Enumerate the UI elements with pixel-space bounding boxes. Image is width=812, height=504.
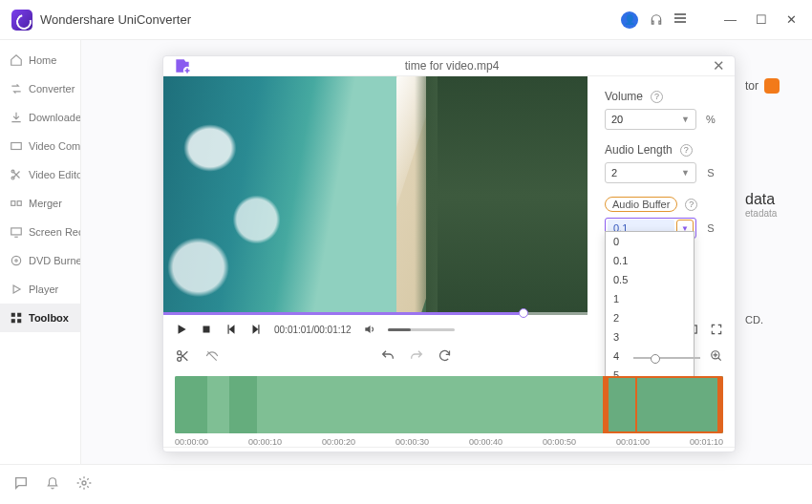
sidebar-item-home[interactable]: Home [0, 46, 80, 74]
dropdown-option[interactable]: 0.5 [606, 270, 694, 289]
hide-icon[interactable] [203, 349, 221, 367]
app-canvas: tor data etadata CD. time for video.mp4 … [81, 40, 812, 464]
audio-buffer-unit: S [704, 222, 717, 234]
add-media-button[interactable] [163, 56, 202, 75]
sidebar-item-editor[interactable]: Video Editor [0, 160, 80, 189]
progress-track[interactable] [163, 312, 588, 315]
svg-point-6 [11, 256, 20, 264]
close-icon[interactable]: ✕ [702, 57, 735, 74]
dropdown-option[interactable]: 0.1 [606, 251, 694, 270]
sidebar-item-label: Downloader [29, 112, 80, 123]
svg-rect-9 [17, 313, 21, 317]
prev-icon[interactable] [224, 323, 238, 336]
help-icon[interactable]: ? [651, 91, 663, 103]
volume-icon[interactable] [363, 323, 376, 336]
redo-icon[interactable] [409, 348, 424, 368]
dropdown-option[interactable]: 3 [606, 327, 694, 346]
svg-rect-3 [11, 201, 15, 206]
next-icon[interactable] [249, 323, 263, 336]
sidebar: Home Converter Downloader Video Compress… [0, 40, 81, 464]
cut-icon[interactable] [175, 348, 190, 368]
sidebar-item-recorder[interactable]: Screen Recorder [0, 218, 80, 246]
svg-rect-11 [17, 319, 21, 323]
sidebar-item-compressor[interactable]: Video Compressor [0, 132, 80, 160]
stop-icon[interactable] [200, 323, 213, 336]
minimize-icon[interactable]: — [720, 12, 740, 27]
support-icon[interactable] [650, 13, 663, 27]
status-bar [0, 464, 812, 504]
audio-buffer-dropdown: 0 0.1 0.5 1 2 3 4 5 [605, 231, 694, 386]
sidebar-item-toolbox[interactable]: Toolbox [0, 304, 80, 332]
sidebar-item-label: Home [29, 54, 56, 66]
play-icon[interactable] [175, 323, 188, 336]
sidebar-item-label: Video Compressor [29, 140, 80, 152]
svg-point-7 [15, 260, 17, 262]
title-bar: Wondershare UniConverter 👤 — ☐ ✕ [0, 0, 812, 40]
sidebar-item-player[interactable]: Player [0, 275, 80, 304]
volume-label: Volume [605, 90, 643, 103]
sidebar-item-label: Merger [29, 198, 62, 209]
modal-title: time for video.mp4 [202, 59, 702, 73]
volume-slider[interactable] [388, 328, 455, 331]
fullscreen-icon[interactable] [710, 323, 723, 336]
menu-icon[interactable] [674, 13, 688, 27]
settings-icon[interactable] [76, 475, 92, 494]
maximize-icon[interactable]: ☐ [752, 12, 771, 27]
dropdown-option[interactable]: 4 [606, 346, 694, 366]
time-readout: 00:01:01/00:01:12 [274, 325, 352, 335]
refresh-icon[interactable] [438, 348, 452, 368]
sidebar-item-label: Converter [29, 83, 75, 94]
svg-rect-5 [11, 228, 22, 235]
sidebar-item-label: Player [29, 284, 58, 295]
dropdown-option[interactable]: 0 [606, 232, 694, 251]
sidebar-item-merger[interactable]: Merger [0, 189, 80, 218]
timeline-playhead[interactable] [635, 376, 637, 433]
account-icon[interactable]: 👤 [621, 11, 638, 29]
volume-unit: % [704, 114, 717, 125]
sidebar-item-label: Video Editor [29, 169, 80, 180]
modal-footer: File Location: E:\Wondershare UniConvert… [163, 447, 735, 452]
svg-rect-4 [17, 201, 21, 206]
zoom-slider[interactable] [633, 357, 700, 359]
editor-modal: time for video.mp4 ✕ [162, 55, 736, 452]
timeline-selection[interactable] [603, 376, 723, 433]
badge-icon [764, 78, 780, 94]
preview-frame [163, 76, 588, 315]
feedback-icon[interactable] [13, 475, 29, 494]
dropdown-option[interactable]: 1 [606, 289, 694, 308]
sidebar-item-label: Toolbox [29, 312, 69, 324]
close-window-icon[interactable]: ✕ [782, 12, 801, 27]
audio-length-label: Audio Length [605, 143, 673, 157]
sidebar-item-label: DVD Burner [29, 255, 80, 266]
svg-rect-8 [11, 313, 15, 317]
undo-icon[interactable] [380, 348, 395, 368]
sidebar-item-converter[interactable]: Converter [0, 74, 80, 103]
help-icon[interactable]: ? [685, 199, 697, 211]
dropdown-option[interactable]: 2 [606, 308, 694, 327]
svg-rect-13 [203, 326, 210, 333]
params-panel: Volume? 20▼ % Audio Length? 2▼ S Audio B… [588, 76, 735, 315]
svg-rect-10 [11, 319, 15, 323]
svg-rect-0 [11, 143, 22, 150]
svg-point-20 [82, 481, 86, 485]
sidebar-item-dvd[interactable]: DVD Burner [0, 246, 80, 275]
audio-length-select[interactable]: 2▼ [605, 162, 696, 183]
video-preview[interactable] [163, 76, 588, 315]
sidebar-item-label: Screen Recorder [29, 226, 80, 238]
app-logo-icon [11, 10, 32, 31]
app-title: Wondershare UniConverter [40, 12, 191, 27]
background-peek: tor data etadata CD. [745, 78, 812, 326]
volume-select[interactable]: 20▼ [605, 109, 696, 130]
sidebar-item-downloader[interactable]: Downloader [0, 103, 80, 132]
zoom-in-icon[interactable] [710, 349, 723, 367]
audio-buffer-label: Audio Buffer [605, 197, 677, 212]
timeline-ruler: 00:00:0000:00:1000:00:2000:00:3000:00:40… [175, 437, 723, 447]
audio-length-unit: S [704, 167, 717, 178]
notifications-icon[interactable] [46, 475, 59, 494]
help-icon[interactable]: ? [680, 144, 693, 157]
timeline[interactable] [175, 376, 723, 433]
